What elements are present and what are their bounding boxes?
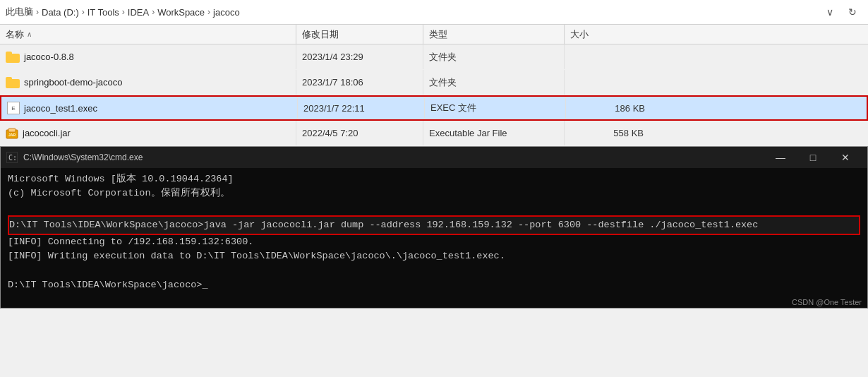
file-explorer: 此电脑 › Data (D:) › IT Tools › IDEA › Work… — [0, 0, 868, 146]
file-row-0[interactable]: jacoco-0.8.8 2023/1/4 23:29 文件夹 — [0, 44, 868, 70]
column-modified-header[interactable]: 修改日期 — [296, 25, 423, 44]
file-type-1: 文件夹 — [423, 70, 565, 95]
file-name-cell-2: E jacoco_test1.exec — [1, 97, 298, 119]
cmd-line-blank-1 — [8, 201, 860, 215]
breadcrumb-jacoco[interactable]: jacoco — [213, 7, 240, 18]
column-name-header[interactable]: 名称 ∧ — [0, 25, 296, 44]
file-name-0: jacoco-0.8.8 — [24, 52, 74, 62]
minimize-button[interactable]: — — [764, 147, 797, 168]
sep2: › — [82, 7, 85, 17]
cmd-line-1: (c) Microsoft Corporation。保留所有权利。 — [8, 186, 860, 201]
svg-text:JAR: JAR — [8, 133, 16, 137]
file-type-3: Executable Jar File — [423, 121, 565, 145]
sep4: › — [152, 7, 155, 17]
file-size-1 — [565, 70, 649, 95]
cmd-line-5: [INFO] Connecting to /192.168.159.132:63… — [8, 235, 860, 249]
exec-icon-2: E — [7, 102, 20, 114]
cmd-window-controls: — □ ✕ — [764, 147, 862, 168]
file-name-cell-0: jacoco-0.8.8 — [0, 44, 296, 69]
column-headers: 名称 ∧ 修改日期 类型 大小 — [0, 25, 868, 44]
cmd-content: Microsoft Windows [版本 10.0.19044.2364] (… — [1, 168, 867, 297]
cmd-titlebar: C: C:\Windows\System32\cmd.exe — □ ✕ — [1, 147, 867, 168]
file-row-3[interactable]: JAR jacococli.jar 2022/4/5 7:20 Executab… — [0, 121, 868, 146]
maximize-button[interactable]: □ — [797, 147, 829, 168]
cmd-title: C:\Windows\System32\cmd.exe — [23, 152, 759, 162]
sort-arrow: ∧ — [27, 30, 32, 38]
column-size-header[interactable]: 大小 — [565, 25, 649, 44]
collapse-button[interactable]: ∨ — [820, 4, 840, 20]
file-modified-1: 2023/1/7 18:06 — [296, 70, 423, 95]
cmd-line-blank-2 — [8, 264, 860, 278]
column-modified-label: 修改日期 — [302, 28, 339, 41]
svg-rect-1 — [8, 128, 16, 132]
cmd-line-3: D:\IT Tools\IDEA\WorkSpace\jacoco>java -… — [9, 220, 581, 230]
file-size-3: 558 KB — [565, 121, 649, 145]
file-type-2: EXEC 文件 — [425, 97, 566, 119]
cmd-line-4: --destfile ./jacoco_test1.exec — [586, 220, 758, 230]
file-modified-0: 2023/1/4 23:29 — [296, 44, 423, 69]
file-name-3: jacococli.jar — [23, 128, 71, 138]
svg-text:C:: C: — [8, 154, 17, 162]
column-name-label: 名称 — [6, 28, 24, 41]
close-button[interactable]: ✕ — [829, 147, 862, 168]
sep3: › — [122, 7, 125, 17]
breadcrumb-bar: 此电脑 › Data (D:) › IT Tools › IDEA › Work… — [0, 0, 868, 25]
breadcrumb-idea[interactable]: IDEA — [128, 7, 149, 18]
column-type-header[interactable]: 类型 — [423, 25, 565, 44]
folder-icon-1 — [6, 77, 20, 88]
file-size-2: 186 KB — [566, 97, 651, 119]
file-name-2: jacoco_test1.exec — [24, 103, 97, 114]
cmd-line-6: [INFO] Writing execution data to D:\IT T… — [8, 249, 860, 263]
cmd-line-0: Microsoft Windows [版本 10.0.19044.2364] — [8, 172, 860, 186]
sep1: › — [36, 7, 39, 17]
column-size-label: 大小 — [570, 28, 589, 41]
breadcrumb-workspace[interactable]: WorkSpace — [157, 7, 205, 18]
file-modified-3: 2022/4/5 7:20 — [296, 121, 423, 145]
breadcrumb-drive[interactable]: Data (D:) — [42, 7, 79, 18]
column-type-label: 类型 — [429, 28, 447, 41]
cmd-footer: CSDN @One Tester — [1, 297, 867, 308]
refresh-button[interactable]: ↻ — [843, 4, 862, 20]
breadcrumb-computer[interactable]: 此电脑 — [6, 6, 33, 18]
watermark: CSDN @One Tester — [792, 298, 862, 306]
file-name-1: springboot-demo-jacoco — [24, 77, 122, 88]
folder-icon-0 — [6, 52, 20, 63]
breadcrumb-ittools[interactable]: IT Tools — [88, 7, 119, 18]
jar-icon-3: JAR — [6, 127, 18, 140]
file-row-1[interactable]: springboot-demo-jacoco 2023/1/7 18:06 文件… — [0, 70, 868, 95]
cmd-line-7: D:\IT Tools\IDEA\WorkSpace\jacoco>_ — [8, 278, 860, 292]
file-type-0: 文件夹 — [423, 44, 565, 69]
file-modified-2: 2023/1/7 22:11 — [298, 97, 425, 119]
file-size-0 — [565, 44, 649, 69]
file-name-cell-1: springboot-demo-jacoco — [0, 70, 296, 95]
cmd-icon: C: — [6, 152, 18, 163]
file-name-cell-3: JAR jacococli.jar — [0, 121, 296, 145]
breadcrumb-actions: ∨ ↻ — [820, 4, 862, 20]
file-row-2[interactable]: E jacoco_test1.exec 2023/1/7 22:11 EXEC … — [0, 95, 868, 121]
breadcrumb: 此电脑 › Data (D:) › IT Tools › IDEA › Work… — [6, 6, 817, 18]
cmd-highlighted-block: D:\IT Tools\IDEA\WorkSpace\jacoco>java -… — [8, 215, 860, 235]
sep5: › — [207, 7, 210, 17]
cmd-window: C: C:\Windows\System32\cmd.exe — □ ✕ Mic… — [0, 146, 868, 309]
